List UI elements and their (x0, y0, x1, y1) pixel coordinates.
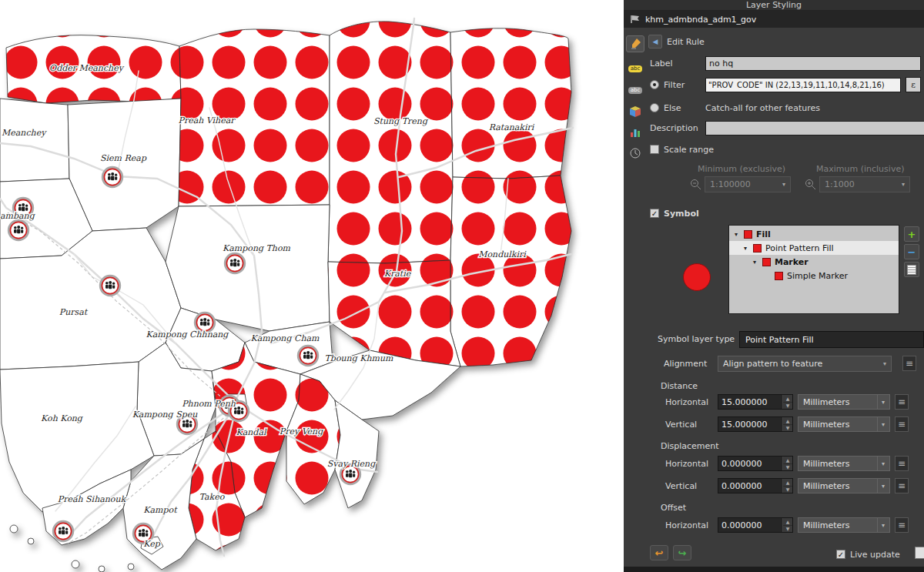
data-defined-override-button[interactable]: ≡ (895, 456, 909, 471)
labels-tab[interactable]: abc (626, 60, 644, 77)
layer-icon (630, 15, 641, 24)
distance-horizontal-spinbox[interactable]: ▲▼ (718, 394, 793, 410)
island (72, 560, 79, 568)
displacement-vertical-spinbox[interactable]: ▲▼ (718, 478, 793, 493)
panel-bottom-strip (624, 567, 924, 572)
diagrams-tab[interactable] (626, 124, 644, 141)
displacement-vertical-unit-combobox[interactable]: Millimeters▾ (798, 478, 890, 493)
tree-item-point-pattern-fill[interactable]: ▾ Point Pattern Fill (729, 241, 899, 255)
redo-button[interactable]: ↪ (673, 545, 691, 560)
facility-marker (226, 254, 245, 273)
tree-item-fill[interactable]: ▾ Fill (729, 227, 899, 241)
scale-range-checkbox[interactable] (650, 145, 659, 154)
filter-radio[interactable] (650, 80, 659, 89)
data-defined-override-button[interactable]: ≡ (895, 478, 909, 493)
history-tab[interactable] (626, 145, 644, 162)
bar-chart-icon (629, 126, 641, 139)
data-defined-override-button[interactable]: ≡ (895, 394, 909, 410)
remove-symbol-layer-button[interactable]: − (904, 244, 919, 259)
data-defined-override-button[interactable]: ≡ (902, 356, 916, 371)
province-label: Kep (143, 539, 160, 549)
scale-widgets-row: 1:100000▾ 1:1000▾ (690, 176, 921, 192)
symbol-checkbox[interactable] (650, 209, 659, 218)
offset-horizontal-spinbox[interactable]: ▲▼ (718, 517, 793, 533)
max-scale-combobox[interactable]: 1:1000▾ (819, 176, 910, 192)
symbol-caption: Symbol (664, 209, 699, 219)
province-label: Preah Sihanouk (58, 494, 127, 504)
live-update-checkbox[interactable] (836, 550, 845, 559)
panel-title: Layer Styling (624, 0, 924, 11)
data-defined-override-button[interactable]: ≡ (895, 416, 909, 432)
edit-symbol-layer-button[interactable] (904, 262, 919, 277)
displacement-horizontal-unit-combobox[interactable]: Millimeters▾ (798, 456, 890, 471)
else-radio[interactable] (650, 103, 659, 112)
facility-marker (54, 522, 73, 541)
filter-expression-input[interactable] (705, 78, 901, 92)
island (128, 564, 134, 570)
island (99, 566, 105, 572)
clock-icon (629, 147, 641, 159)
layer-styling-panel: Layer Styling khm_admbnda_adm1_gov abc a… (624, 0, 924, 572)
displacement-vertical-row: Vertical ▲▼ Millimeters▾ ≡ (665, 478, 909, 493)
alignment-caption: Alignment (664, 356, 707, 371)
scale-range-caption: Scale range (664, 145, 714, 155)
footer-buttons: ↩ ↪ (650, 545, 691, 560)
symbol-layer-type-combobox[interactable]: Point Pattern Fill (739, 331, 924, 348)
alignment-widgets: Align pattern to feature▾ ≡ (718, 356, 916, 371)
edit-rule-header: ◀ Edit Rule (648, 34, 705, 49)
province-label: Koh Kong (41, 413, 84, 423)
province-stung-treng[interactable] (328, 22, 453, 263)
province-label: Meanchey (2, 128, 47, 138)
distance-vertical-unit-combobox[interactable]: Millimeters▾ (798, 416, 890, 432)
expression-builder-button[interactable]: ε (906, 77, 921, 92)
facility-marker (101, 276, 120, 296)
maximum-caption: Maximum (inclusive) (816, 161, 904, 176)
apply-checkbox[interactable] (915, 547, 924, 559)
province-label: Prey Veng (280, 426, 324, 437)
description-input[interactable] (705, 121, 924, 135)
distance-vertical-row: Vertical ▲▼ Millimeters▾ ≡ (665, 416, 909, 432)
distance-horizontal-unit-combobox[interactable]: Millimeters▾ (798, 394, 890, 410)
offset-caption: Offset (661, 500, 686, 515)
scale-range-row: Scale range (650, 142, 714, 157)
expander-icon[interactable]: ▾ (732, 231, 740, 238)
back-arrow-button[interactable]: ◀ (648, 35, 662, 49)
distance-vertical-spinbox[interactable]: ▲▼ (718, 416, 793, 432)
add-symbol-layer-button[interactable]: + (904, 226, 919, 242)
province-label: Ratanakiri (489, 122, 535, 132)
province-label: Tboung Khmum (325, 353, 394, 363)
mask-tab[interactable]: abc (626, 82, 644, 99)
alignment-combobox[interactable]: Align pattern to feature▾ (718, 356, 892, 372)
symbol-preview (683, 263, 711, 291)
displacement-horizontal-spinbox[interactable]: ▲▼ (718, 456, 793, 471)
province-label: Kampong Cham (251, 333, 320, 343)
province-siem-reap[interactable] (68, 99, 181, 231)
cube-3d-icon (629, 105, 641, 118)
province-label: Odder Meanchey (49, 63, 125, 73)
map-canvas[interactable]: Odder Meanchey Meanchey Siem Reap Preah … (0, 0, 624, 572)
expander-icon[interactable]: ▾ (751, 259, 758, 266)
province-banteay-meanchey[interactable] (0, 99, 69, 182)
layer-selector[interactable]: khm_admbnda_adm1_gov (624, 11, 924, 28)
province-ratanakiri[interactable] (450, 28, 571, 179)
province-label: Kampong Thom (223, 243, 291, 253)
expander-icon[interactable]: ▾ (742, 245, 749, 252)
edit-rule-title: Edit Rule (667, 37, 705, 47)
province-label: ambang (0, 211, 36, 221)
view-3d-tab[interactable] (626, 103, 644, 120)
else-row: Else Catch-all for other features (650, 100, 820, 115)
rule-label-input[interactable] (705, 56, 921, 71)
undo-button[interactable]: ↩ (650, 545, 668, 560)
map-svg: Odder Meanchey Meanchey Siem Reap Preah … (0, 0, 624, 572)
description-caption: Description (650, 123, 701, 133)
data-defined-override-button[interactable]: ≡ (895, 517, 909, 533)
paintbrush-icon (629, 38, 641, 50)
qgis-window: Odder Meanchey Meanchey Siem Reap Preah … (0, 0, 924, 572)
offset-horizontal-unit-combobox[interactable]: Millimeters▾ (798, 517, 890, 533)
tree-item-simple-marker[interactable]: Simple Marker (729, 269, 899, 283)
province-label: Stung Treng (373, 116, 429, 126)
tree-item-marker[interactable]: ▾ Marker (729, 255, 899, 269)
else-caption: Else (664, 103, 701, 113)
min-scale-combobox[interactable]: 1:100000▾ (705, 176, 791, 192)
symbology-tab[interactable] (626, 35, 644, 52)
